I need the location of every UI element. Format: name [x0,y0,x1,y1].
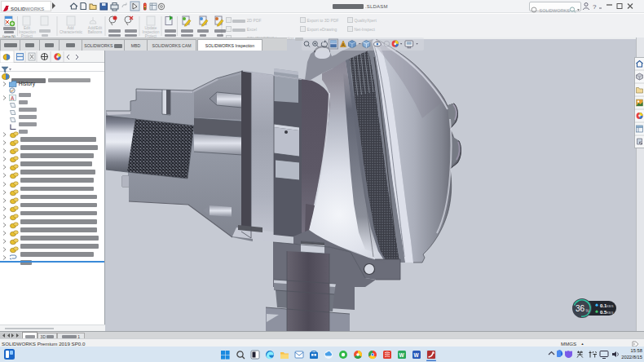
svg-text:36: 36 [576,304,585,313]
svg-text:W: W [399,351,405,357]
svg-text:?: ? [593,3,597,11]
svg-text:A: A [11,95,15,100]
svg-text:SOLIDWORKS: SOLIDWORKS [538,7,571,12]
svg-text:A: A [342,42,345,47]
svg-text:W: W [414,351,420,357]
svg-text:SOLIDWORKS: SOLIDWORKS [11,7,44,11]
svg-text:%: % [586,309,589,313]
